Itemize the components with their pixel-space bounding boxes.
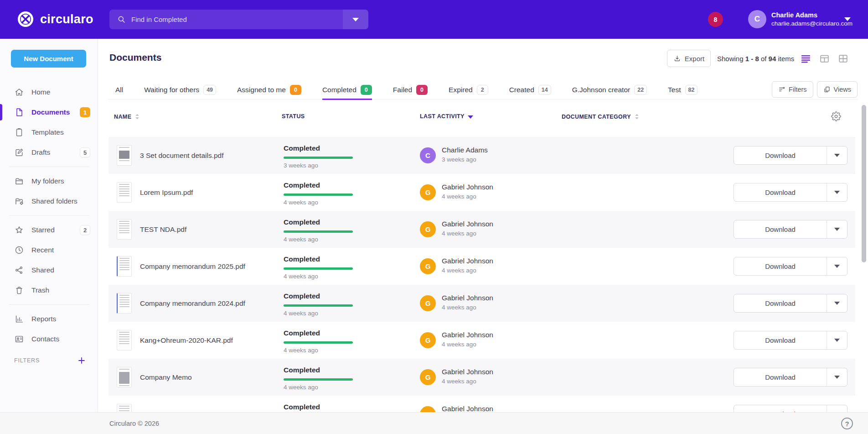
download-button[interactable]: Download [734,368,847,387]
download-options-caret[interactable] [827,183,847,201]
sidebar-item-trash[interactable]: Trash [0,280,98,300]
activity-avatar: G [420,221,436,237]
tab-assigned-to-me[interactable]: Assigned to me 0 [237,80,301,99]
table-row[interactable]: Company memorandum 2024.pdf Completed 4 … [108,285,855,322]
sidebar-item-documents[interactable]: Documents 1 [0,102,98,122]
download-button[interactable]: Download [734,257,847,276]
activity-time: 4 weeks ago [442,267,476,274]
tab-all[interactable]: All [115,80,123,99]
download-icon [673,55,681,63]
grid-view-icon[interactable] [837,53,849,64]
tab-expired[interactable]: Expired 2 [449,80,488,99]
sidebar-item-recent[interactable]: Recent [0,240,98,260]
contacts-icon [14,334,24,344]
download-options-caret[interactable] [827,368,847,386]
sidebar-item-contacts[interactable]: Contacts [0,329,98,349]
sort-icon [134,113,140,120]
sidebar-item-shared-folders[interactable]: Shared folders [0,191,98,211]
tab-waiting-for-others[interactable]: Waiting for others 49 [144,80,216,99]
views-button[interactable]: Views [817,81,858,98]
search-input[interactable]: Find in Completed [109,10,368,29]
items-count-summary: Showing 1 - 8 of 94 items [717,50,794,67]
table-row[interactable]: Lorem Ipsum.pdf Completed 4 weeks ago G … [108,174,855,211]
tab-failed[interactable]: Failed 0 [393,80,428,99]
download-options-caret[interactable] [827,294,847,312]
activity-avatar: G [420,258,436,274]
column-header-name[interactable]: NAME [114,113,140,120]
chevron-down-icon [834,376,840,379]
status-label: Completed [284,181,320,189]
chevron-down-icon [834,265,840,268]
user-menu[interactable]: Charlie Adams charlie.adams@circularo.co… [771,11,852,28]
sidebar-item-my-folders[interactable]: My folders [0,171,98,191]
footer: Circularo © 2026 ? [0,412,868,434]
shared-folder-icon [14,196,24,206]
template-icon [14,127,24,137]
sidebar-item-drafts[interactable]: Drafts 5 [0,142,98,162]
tab-created[interactable]: Created 14 [509,80,551,99]
download-options-caret[interactable] [827,220,847,238]
table-row[interactable]: TEST NDA.pdf Completed 4 weeks ago G Gab… [108,211,855,248]
table-row[interactable]: 3 Set document details.pdf Completed 3 w… [108,137,855,174]
tab-count-badge: 0 [290,85,301,95]
table-row[interactable]: Company Memo Completed 4 weeks ago G Gab… [108,359,855,396]
tab-completed[interactable]: Completed 0 [322,80,372,99]
user-avatar[interactable]: C [748,10,766,28]
user-menu-chevron-icon[interactable] [844,17,851,21]
sidebar-item-starred[interactable]: Starred 2 [0,220,98,240]
chevron-down-icon [352,18,359,21]
download-button[interactable]: Download [734,183,847,202]
search-placeholder: Find in Completed [131,16,343,23]
reports-icon [14,314,24,324]
document-thumbnail-icon [117,367,132,387]
column-header-status[interactable]: STATUS [282,113,305,120]
download-options-caret[interactable] [827,257,847,275]
download-options-caret[interactable] [827,146,847,164]
notifications-badge[interactable]: 8 [708,12,723,27]
list-view-icon[interactable] [800,53,811,64]
vertical-scrollbar[interactable] [862,105,866,262]
filters-button[interactable]: Filters [772,81,813,98]
tab-count-badge: 82 [685,85,698,95]
download-button[interactable]: Download [734,331,847,350]
sidebar-item-reports[interactable]: Reports [0,309,98,329]
download-button[interactable]: Download [734,146,847,165]
sort-desc-icon [468,115,473,119]
table-row[interactable]: Kang+Ohreum-2020-KAR.pdf Completed 4 wee… [108,322,855,359]
add-filter-icon[interactable] [77,356,86,365]
tab-count-badge: 0 [416,85,428,95]
table-view-icon[interactable] [819,53,830,64]
chevron-down-icon [834,228,840,231]
sidebar-divider [9,167,89,167]
tab-test[interactable]: Test 82 [668,80,698,99]
column-settings-gear-icon[interactable] [831,111,841,121]
tab-g-johnson-creator[interactable]: G.Johnson creator 22 [572,80,647,99]
sidebar-item-home[interactable]: Home [0,82,98,102]
download-options-caret[interactable] [827,331,847,349]
status-time: 3 weeks ago [284,162,318,169]
download-button[interactable]: Download [734,294,847,313]
status-label: Completed [284,329,320,337]
activity-user-name: Gabriel Johnson [442,368,493,376]
column-header-document-category[interactable]: DOCUMENT CATEGORY [562,113,640,120]
column-header-last-activity[interactable]: LAST ACTIVITY [420,113,473,120]
brand[interactable]: circularo [16,10,93,28]
brand-name: circularo [40,12,93,26]
tab-count-badge: 0 [361,85,372,95]
new-document-button[interactable]: New Document [11,50,86,68]
help-icon[interactable]: ? [841,418,853,429]
search-scope-dropdown[interactable] [343,10,368,29]
topbar: circularo Find in Completed 8 C Charlie … [0,0,868,39]
sidebar-item-shared[interactable]: Shared [0,260,98,280]
sidebar-badge: 1 [80,107,90,117]
status-label: Completed [284,403,320,411]
document-icon [14,107,24,117]
activity-avatar: G [420,295,436,311]
export-button[interactable]: Export [667,50,711,67]
sidebar-item-templates[interactable]: Templates [0,122,98,142]
chevron-down-icon [834,302,840,305]
status-progress-bar [284,157,353,159]
status-time: 4 weeks ago [284,273,318,280]
table-row[interactable]: Company memorandum 2025.pdf Completed 4 … [108,248,855,285]
download-button[interactable]: Download [734,220,847,239]
